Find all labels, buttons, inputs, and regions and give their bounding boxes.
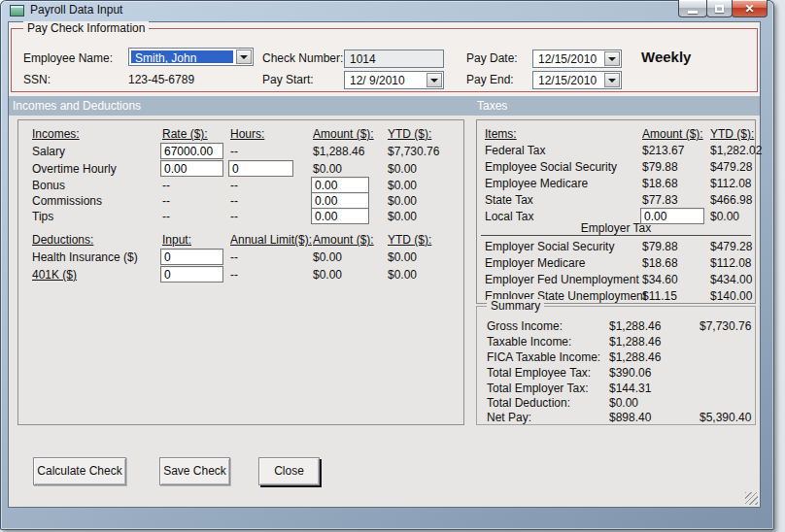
employer-ss-amount: $79.88: [642, 240, 678, 253]
taxable-income-label: Taxable Income:: [487, 335, 571, 349]
pay-date-label: Pay Date:: [466, 51, 518, 65]
paycheck-info-groupbox: Pay Check Information Employee Name: Smi…: [11, 28, 758, 92]
title-bar[interactable]: Payroll Data Input ✕: [0, 0, 774, 21]
pay-end-picker[interactable]: 12/15/2010: [532, 71, 622, 89]
health-insurance-ytd: $0.00: [388, 250, 417, 264]
resize-grip-icon[interactable]: [745, 492, 758, 505]
window-title: Payroll Data Input: [30, 3, 122, 17]
employee-ss-ytd: $479.28: [710, 160, 752, 174]
form-icon: [10, 5, 24, 17]
federal-tax-amount: $213.67: [642, 144, 684, 157]
client-area: Pay Check Information Employee Name: Smi…: [8, 21, 761, 508]
401k-input[interactable]: [160, 266, 223, 283]
tax-row-emp-ss: Employee Social Security $79.88 $479.28: [477, 160, 755, 176]
employee-ss-amount: $79.88: [642, 160, 678, 174]
state-tax-label: State Tax: [485, 193, 533, 207]
tax-row-employer-ss: Employer Social Security $79.88 $479.28: [477, 240, 755, 255]
minimize-icon: [688, 11, 698, 14]
deductions-col-ytd: YTD ($):: [388, 233, 431, 247]
pay-date-dropdown-button[interactable]: [604, 51, 620, 66]
income-row-bonus: Bonus -- -- $0.00: [18, 179, 463, 194]
incomes-col-label: Incomes:: [32, 127, 80, 141]
chevron-down-icon: [240, 55, 248, 59]
employer-fed-unemployment-ytd: $434.00: [710, 273, 752, 286]
health-insurance-limit: --: [230, 250, 238, 264]
maximize-icon: [715, 5, 724, 13]
commissions-hours: --: [230, 194, 238, 208]
tips-label: Tips: [32, 210, 53, 223]
gross-income-label: Gross Income:: [487, 319, 563, 333]
pay-start-label: Pay Start:: [262, 73, 314, 86]
state-tax-amount: $77.83: [642, 193, 678, 207]
pay-end-label: Pay End:: [466, 73, 514, 86]
taxes-column-header-row: Items: Amount ($): YTD ($):: [477, 127, 755, 143]
health-insurance-input[interactable]: [160, 249, 223, 265]
pay-end-value: 12/15/2010: [538, 74, 602, 87]
close-window-button[interactable]: ✕: [732, 0, 768, 17]
tax-row-state: State Tax $77.83 $466.98: [477, 193, 755, 209]
tax-row-employer-fed-unemp: Employer Fed Unemployment $34.60 $434.00: [477, 273, 755, 288]
incomes-section-header: Incomes and Deductions: [13, 99, 141, 113]
save-check-button[interactable]: Save Check: [159, 457, 230, 485]
employee-name-combobox[interactable]: Smith, John: [128, 48, 254, 66]
pay-start-picker[interactable]: 12/ 9/2010: [344, 71, 444, 89]
employer-state-unemployment-amount: $11.15: [642, 289, 677, 303]
overtime-rate-input[interactable]: [160, 160, 223, 177]
taxes-col-amount: Amount ($):: [642, 127, 703, 141]
health-insurance-amount: $0.00: [313, 250, 342, 264]
salary-rate-input[interactable]: [160, 143, 223, 159]
employee-medicare-label: Employee Medicare: [485, 177, 588, 190]
taxes-panel: Items: Amount ($): YTD ($): Federal Tax …: [476, 119, 756, 304]
employee-name-dropdown-button[interactable]: [236, 50, 252, 64]
paycheck-info-legend: Pay Check Information: [23, 21, 149, 35]
deductions-col-amount: Amount ($):: [313, 233, 374, 247]
ssn-label: SSN:: [23, 73, 51, 86]
gross-income-amount: $1,288.46: [609, 319, 661, 333]
deductions-col-input: Input:: [162, 233, 191, 247]
salary-label: Salary: [32, 145, 65, 158]
taxes-col-items: Items:: [485, 127, 517, 141]
bonus-label: Bonus: [32, 179, 65, 192]
summary-row-total-employer-tax: Total Employer Tax: $144.31: [477, 382, 755, 397]
fica-taxable-income-label: FICA Taxable Income:: [487, 350, 600, 364]
pay-start-dropdown-button[interactable]: [427, 73, 442, 87]
close-button[interactable]: Close: [258, 457, 320, 485]
check-number-field[interactable]: 1014: [344, 50, 444, 68]
salary-hours: --: [230, 145, 238, 158]
bonus-hours: --: [230, 179, 238, 192]
pay-date-picker[interactable]: 12/15/2010: [532, 50, 622, 68]
pay-end-dropdown-button[interactable]: [604, 73, 620, 87]
employee-name-label: Employee Name:: [23, 51, 113, 65]
fica-taxable-income-amount: $1,288.46: [609, 350, 661, 364]
minimize-button[interactable]: [678, 0, 707, 17]
employee-medicare-amount: $18.68: [642, 177, 678, 190]
maximize-button[interactable]: [706, 0, 733, 17]
incomes-col-amount: Amount ($):: [313, 127, 374, 141]
health-insurance-label: Health Insurance ($): [32, 250, 138, 264]
overtime-hours-input[interactable]: [228, 160, 293, 177]
net-pay-amount: $898.40: [609, 411, 651, 424]
incomes-col-rate: Rate ($):: [162, 127, 208, 141]
incomes-panel: Incomes: Rate ($): Hours: Amount ($): YT…: [17, 119, 464, 425]
total-deduction-label: Total Deduction:: [487, 396, 570, 410]
income-row-commissions: Commissions -- -- $0.00: [18, 194, 463, 210]
summary-row-total-deduction: Total Deduction: $0.00: [477, 396, 755, 412]
bonus-amount-input[interactable]: [311, 177, 369, 193]
pay-frequency-label: Weekly: [641, 49, 691, 65]
section-strip: Incomes and Deductions Taxes: [9, 96, 760, 116]
401k-label-link[interactable]: 401K ($): [32, 268, 77, 282]
calculate-check-button[interactable]: Calculate Check: [33, 457, 126, 485]
bonus-ytd: $0.00: [388, 179, 417, 192]
overtime-amount: $0.00: [313, 162, 342, 176]
deduction-row-401k: 401K ($) -- $0.00 $0.00: [18, 268, 463, 283]
commissions-ytd: $0.00: [388, 194, 417, 208]
incomes-col-ytd: YTD ($):: [388, 127, 431, 141]
incomes-column-header-row: Incomes: Rate ($): Hours: Amount ($): YT…: [18, 127, 463, 143]
401k-amount: $0.00: [313, 268, 342, 282]
commissions-amount-input[interactable]: [311, 192, 369, 209]
tips-amount-input[interactable]: [311, 208, 369, 224]
summary-row-fica: FICA Taxable Income: $1,288.46: [477, 350, 755, 366]
close-icon: ✕: [744, 1, 754, 17]
total-employee-tax-label: Total Employee Tax:: [487, 366, 591, 380]
total-employee-tax-amount: $390.06: [609, 366, 651, 380]
